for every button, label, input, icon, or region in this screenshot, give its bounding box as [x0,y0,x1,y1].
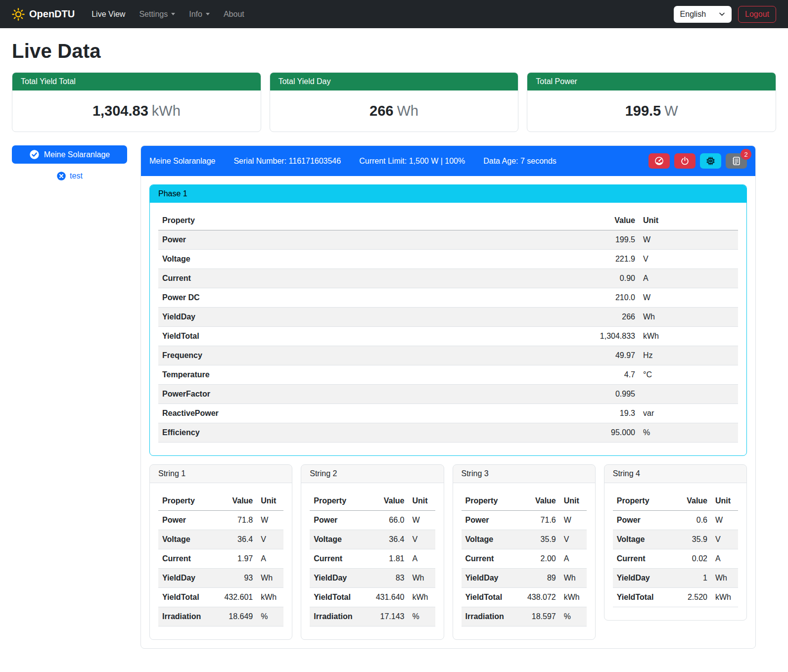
property-cell: Power [310,511,365,530]
brand[interactable]: OpenDTU [12,8,75,21]
unit-cell: A [257,549,283,569]
language-select[interactable]: English [674,6,732,23]
summary-card-title: Total Power [527,73,776,90]
phase-1-title: Phase 1 [150,185,746,203]
summary-card-body: 266Wh [270,90,518,132]
device-info-button[interactable] [700,153,721,169]
summary-card-value: 266 [370,103,393,119]
column-header-property: Property [613,492,668,511]
column-header-property: Property [310,492,365,511]
event-log-button[interactable]: 2 [726,153,747,169]
inverter-sidebar: Meine Solaranlage test [12,145,127,181]
strings-row: String 1 Property Value Unit [149,464,747,640]
inverter-item-test[interactable]: test [12,171,127,181]
phase-1-table: Property Value Unit Power199.5WVoltage22… [158,211,738,443]
property-cell: YieldTotal [613,588,668,607]
table-row: Current0.90A [158,269,738,288]
summary-card-title: Total Yield Day [270,73,518,90]
power-button[interactable] [674,153,695,169]
unit-cell: Wh [409,569,435,588]
nav-item-label: About [224,10,244,19]
inverter-select-button[interactable]: Meine Solaranlage [12,145,127,164]
unit-cell: A [409,549,435,569]
table-row: Irradiation18.597% [462,607,587,627]
unit-cell: A [560,549,587,569]
value-cell: 199.5 [574,230,639,250]
property-cell: Voltage [613,530,668,549]
property-cell: Current [310,549,365,569]
value-cell: 266 [574,308,639,327]
summary-card-value: 199.5 [625,103,661,119]
value-cell: 0.995 [574,385,639,404]
inverter-card: Meine Solaranlage Serial Number: 1161716… [140,145,756,649]
string-3-card: String 3 Property Value Unit [453,464,596,640]
unit-cell: W [711,511,738,530]
nav-item-live-view[interactable]: Live View [85,6,132,23]
unit-cell: kWh [639,327,738,346]
value-cell: 0.90 [574,269,639,288]
property-cell: YieldDay [158,569,213,588]
table-row: YieldTotal2.520kWh [613,588,738,607]
property-cell: Irradiation [310,607,365,627]
value-cell: 2.00 [516,549,560,569]
value-cell: 221.9 [574,250,639,269]
brand-label: OpenDTU [29,8,75,20]
property-cell: Power [613,511,668,530]
value-cell: 93 [213,569,257,588]
table-row: Power71.6W [462,511,587,530]
gauge-icon [654,156,664,166]
property-cell: Current [613,549,668,569]
unit-cell: kWh [257,588,283,607]
unit-cell: A [639,269,738,288]
unit-cell [639,385,738,404]
value-cell: 36.4 [365,530,409,549]
page-title: Live Data [12,40,776,62]
column-header-value: Value [516,492,560,511]
value-cell: 4.7 [574,365,639,385]
table-row: Temperature4.7°C [158,365,738,385]
table-row: YieldDay89Wh [462,569,587,588]
value-cell: 438.072 [516,588,560,607]
limit-settings-button[interactable] [649,153,670,169]
language-value: English [680,10,706,19]
string-2-title: String 2 [301,465,443,483]
table-row: Current1.97A [158,549,283,569]
phase-1-body: Property Value Unit Power199.5WVoltage22… [150,203,746,455]
inverter-serial: Serial Number: 116171603546 [233,157,341,166]
value-cell: 95.000 [574,423,639,443]
unit-cell: W [257,511,283,530]
chevron-down-icon [171,13,175,15]
unit-cell: kWh [711,588,738,607]
nav-item-about[interactable]: About [217,6,251,23]
string-2-card: String 2 Property Value Unit [301,464,444,640]
table-row: Voltage35.9V [613,530,738,549]
property-cell: ReactivePower [158,404,574,423]
property-cell: YieldDay [310,569,365,588]
value-cell: 432.601 [213,588,257,607]
value-cell: 18.597 [516,607,560,627]
chevron-down-icon [206,13,210,15]
property-cell: Current [158,269,574,288]
string-1-table: Property Value Unit Power71.8WVoltage36.… [158,492,283,627]
string-3-title: String 3 [453,465,595,483]
string-2-table: Property Value Unit Power66.0WVoltage36.… [310,492,435,627]
property-cell: Efficiency [158,423,574,443]
table-row: Power DC210.0W [158,288,738,308]
logout-button[interactable]: Logout [738,6,776,23]
value-cell: 0.6 [668,511,711,530]
value-cell: 71.6 [516,511,560,530]
summary-card-body: 1,304.83kWh [12,90,261,132]
table-row: YieldDay266Wh [158,308,738,327]
value-cell: 431.640 [365,588,409,607]
property-cell: Irradiation [462,607,516,627]
value-cell: 35.9 [668,530,711,549]
property-cell: Voltage [462,530,516,549]
nav-item-settings[interactable]: Settings [132,6,182,23]
summary-cards-row: Total Yield Total 1,304.83kWh Total Yiel… [12,72,776,132]
string-4-table: Property Value Unit Power0.6WVoltage35.9… [613,492,738,607]
nav-links: Live View Settings Info About [85,6,673,23]
table-row: Power199.5W [158,230,738,250]
summary-card-value: 1,304.83 [93,103,148,119]
column-header-property: Property [158,492,213,511]
nav-item-info[interactable]: Info [182,6,217,23]
